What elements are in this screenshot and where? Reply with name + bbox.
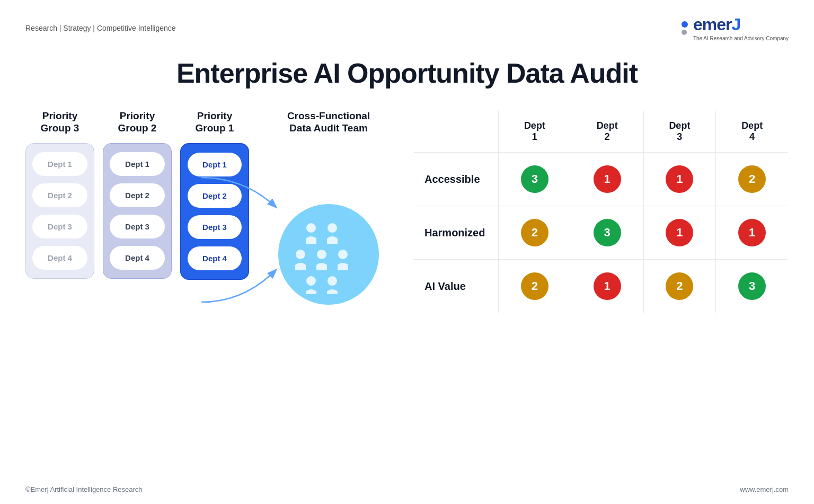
page-title: Enterprise AI Opportunity Data Audit bbox=[0, 57, 814, 89]
accessible-dept2: 1 bbox=[571, 153, 643, 206]
logo-j: J bbox=[731, 15, 740, 34]
svg-point-4 bbox=[338, 250, 348, 259]
header: Research | Strategy | Competitive Intell… bbox=[0, 0, 814, 41]
aivalue-dept4: 3 bbox=[716, 260, 789, 313]
priority-col-1: Dept 1 Dept 2 Dept 3 Dept 4 bbox=[180, 143, 249, 280]
pg2-dept-2: Dept 2 bbox=[110, 183, 165, 207]
logo-dot-blue bbox=[682, 21, 688, 28]
matrix-dept1-header: Dept1 bbox=[499, 111, 571, 153]
row-label-aivalue: AI Value bbox=[414, 260, 499, 313]
badge-harmonized-dept3: 1 bbox=[666, 219, 693, 246]
people-icons bbox=[289, 215, 368, 294]
row-label-accessible: Accessible bbox=[414, 153, 499, 206]
pg3-dept-4: Dept 4 bbox=[32, 246, 87, 270]
accessible-dept4: 2 bbox=[716, 153, 789, 206]
pg2-dept-1: Dept 1 bbox=[110, 152, 165, 176]
team-circle-container bbox=[270, 143, 387, 366]
matrix-table: Dept1 Dept2 Dept3 Dept4 Accessible 3 1 bbox=[413, 110, 789, 313]
badge-accessible-dept2: 1 bbox=[594, 165, 621, 193]
matrix-header-row: Dept1 Dept2 Dept3 Dept4 bbox=[414, 111, 789, 153]
svg-point-2 bbox=[296, 250, 305, 259]
harmonized-dept3: 1 bbox=[643, 206, 716, 260]
svg-point-6 bbox=[328, 276, 337, 286]
logo-dots bbox=[682, 21, 688, 35]
accessible-dept1: 3 bbox=[499, 153, 571, 206]
priority-group-3-label: PriorityGroup 3 bbox=[25, 110, 94, 135]
header-subtitle: Research | Strategy | Competitive Intell… bbox=[25, 24, 176, 32]
priority-group-2-label: PriorityGroup 2 bbox=[103, 110, 172, 135]
team-circle bbox=[278, 204, 379, 305]
row-label-harmonized: Harmonized bbox=[414, 206, 499, 260]
harmonized-dept4: 1 bbox=[716, 206, 789, 260]
team-label: Cross-FunctionalData Audit Team bbox=[284, 110, 374, 135]
pg1-dept-2: Dept 2 bbox=[188, 184, 242, 208]
pg1-dept-3: Dept 3 bbox=[188, 215, 242, 239]
harmonized-dept2: 3 bbox=[571, 206, 643, 260]
accessible-dept3: 1 bbox=[643, 153, 716, 206]
badge-harmonized-dept2: 3 bbox=[594, 219, 621, 246]
pg2-dept-4: Dept 4 bbox=[110, 246, 165, 270]
matrix-empty-header bbox=[414, 111, 499, 153]
badge-accessible-dept4: 2 bbox=[738, 165, 766, 193]
matrix-row-accessible: Accessible 3 1 1 2 bbox=[414, 153, 789, 206]
priority-group-1: PriorityGroup 1 Dept 1 Dept 2 Dept 3 Dep… bbox=[180, 110, 249, 280]
svg-point-3 bbox=[317, 250, 326, 259]
footer: ©Emerj Artificial Intelligence Research … bbox=[0, 485, 814, 493]
pg2-dept-3: Dept 3 bbox=[110, 215, 165, 238]
logo-text-area: emerJ The AI Research and Advisory Compa… bbox=[693, 15, 789, 41]
pg3-dept-3: Dept 3 bbox=[32, 215, 87, 238]
aivalue-dept2: 1 bbox=[571, 260, 643, 313]
pg1-dept-4: Dept 4 bbox=[188, 246, 242, 270]
harmonized-dept1: 2 bbox=[499, 206, 571, 260]
badge-aivalue-dept2: 1 bbox=[594, 272, 621, 300]
badge-aivalue-dept4: 3 bbox=[738, 272, 766, 300]
footer-website: www.emerj.com bbox=[740, 485, 789, 493]
logo: emerJ The AI Research and Advisory Compa… bbox=[682, 15, 789, 41]
priority-section: PriorityGroup 3 Dept 1 Dept 2 Dept 3 Dep… bbox=[25, 110, 249, 280]
badge-aivalue-dept3: 2 bbox=[666, 272, 693, 300]
badge-accessible-dept3: 1 bbox=[666, 165, 693, 193]
svg-point-1 bbox=[328, 223, 337, 233]
logo-text: emerJ bbox=[693, 15, 740, 34]
pg1-dept-1: Dept 1 bbox=[188, 153, 242, 176]
logo-dot-gray bbox=[682, 30, 687, 35]
priority-group-1-label: PriorityGroup 1 bbox=[180, 110, 249, 135]
priority-group-3: PriorityGroup 3 Dept 1 Dept 2 Dept 3 Dep… bbox=[25, 110, 94, 279]
pg3-dept-1: Dept 1 bbox=[32, 152, 87, 176]
matrix-section: Dept1 Dept2 Dept3 Dept4 Accessible 3 1 bbox=[413, 110, 789, 313]
priority-group-2: PriorityGroup 2 Dept 1 Dept 2 Dept 3 Dep… bbox=[103, 110, 172, 279]
aivalue-dept3: 2 bbox=[643, 260, 716, 313]
priority-col-2: Dept 1 Dept 2 Dept 3 Dept 4 bbox=[103, 143, 172, 279]
matrix-dept4-header: Dept4 bbox=[716, 111, 789, 153]
matrix-row-harmonized: Harmonized 2 3 1 1 bbox=[414, 206, 789, 260]
matrix-row-aivalue: AI Value 2 1 2 3 bbox=[414, 260, 789, 313]
pg3-dept-2: Dept 2 bbox=[32, 183, 87, 207]
svg-point-5 bbox=[306, 276, 316, 286]
footer-copyright: ©Emerj Artificial Intelligence Research bbox=[25, 485, 143, 493]
matrix-dept3-header: Dept3 bbox=[643, 111, 716, 153]
logo-tagline: The AI Research and Advisory Company bbox=[693, 36, 789, 41]
aivalue-dept1: 2 bbox=[499, 260, 571, 313]
main-content: PriorityGroup 3 Dept 1 Dept 2 Dept 3 Dep… bbox=[0, 110, 814, 366]
badge-harmonized-dept4: 1 bbox=[738, 219, 766, 246]
matrix-dept2-header: Dept2 bbox=[571, 111, 643, 153]
priority-col-3: Dept 1 Dept 2 Dept 3 Dept 4 bbox=[25, 143, 94, 279]
badge-aivalue-dept1: 2 bbox=[521, 272, 548, 300]
badge-harmonized-dept1: 2 bbox=[521, 219, 548, 246]
badge-accessible-dept1: 3 bbox=[521, 165, 548, 193]
team-section: Cross-FunctionalData Audit Team bbox=[270, 110, 387, 366]
svg-point-0 bbox=[306, 223, 316, 233]
